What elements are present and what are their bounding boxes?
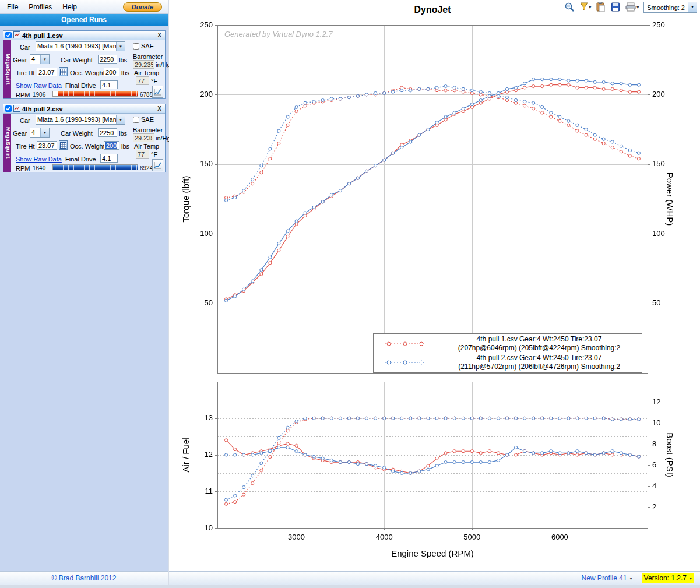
tire-ht-input[interactable] bbox=[37, 141, 57, 150]
menu-item-help[interactable]: Help bbox=[58, 1, 82, 13]
view-graph-button[interactable] bbox=[152, 159, 163, 171]
rpm-start-value: 1640 bbox=[33, 165, 45, 171]
degf-label: °F bbox=[151, 78, 157, 84]
run-title: 4th pull 2.csv bbox=[22, 105, 154, 112]
occ-weight-label: Occ. Weight bbox=[70, 143, 105, 150]
rpm-label: RPM bbox=[16, 165, 30, 172]
view-graph-button[interactable] bbox=[152, 86, 163, 98]
barometer-label: Barometer bbox=[133, 53, 163, 60]
run-title-bar[interactable]: 4th pull 1.csv X bbox=[3, 31, 165, 40]
run-enabled-checkbox[interactable] bbox=[5, 105, 12, 112]
rpm-range-fill bbox=[58, 91, 138, 96]
rpm-end-value: 6924 bbox=[140, 165, 153, 171]
car-select[interactable]: Miata 1.6 (1990-1993) [Manu▾ bbox=[36, 115, 125, 125]
run-body: MegaSquirt Car Miata 1.6 (1990-1993) [Ma… bbox=[3, 114, 165, 172]
legend-sample-icon bbox=[374, 340, 437, 347]
barometer-input bbox=[133, 60, 154, 69]
megasquirt-badge: MegaSquirt bbox=[3, 114, 11, 172]
final-drive-label: Final Drive bbox=[65, 156, 96, 163]
sae-checkbox-group: SAE bbox=[133, 116, 154, 123]
legend-text: 4th pull 2.csv Gear:4 Wt:2450 Tire:23.07… bbox=[437, 354, 642, 371]
menu-item-file[interactable]: File bbox=[2, 1, 23, 13]
legend-entry: 4th pull 2.csv Gear:4 Wt:2450 Tire:23.07… bbox=[374, 353, 642, 372]
tire-ht-input[interactable] bbox=[37, 68, 57, 76]
caret-down-icon: ▾ bbox=[630, 576, 632, 581]
chevron-down-icon: ▾ bbox=[40, 128, 49, 137]
barometer-input bbox=[133, 133, 154, 142]
sae-checkbox[interactable] bbox=[133, 43, 139, 50]
degf-label: °F bbox=[151, 151, 157, 158]
gear-select[interactable]: 4▾ bbox=[30, 54, 50, 64]
barometer-label: Barometer bbox=[133, 126, 163, 133]
rpm-range-slider[interactable] bbox=[52, 91, 138, 97]
car-select[interactable]: Miata 1.6 (1990-1993) [Manu▾ bbox=[36, 41, 125, 51]
legend-sample-icon bbox=[374, 359, 437, 366]
run-panel-2: 4th pull 2.csv X MegaSquirt Car Miata 1.… bbox=[3, 104, 166, 172]
donate-button[interactable]: Donate bbox=[123, 2, 162, 12]
air-temp-input bbox=[136, 150, 149, 159]
caret-down-icon: ▾ bbox=[690, 576, 692, 581]
tire-ht-label: Tire Ht bbox=[16, 143, 35, 150]
run-chart-icon bbox=[13, 31, 20, 40]
sae-checkbox[interactable] bbox=[133, 117, 139, 123]
rpm-end-value: 6785 bbox=[140, 91, 153, 98]
gear-select[interactable]: 4▾ bbox=[30, 128, 50, 138]
lbs-label: lbs bbox=[121, 143, 129, 150]
run-chart-icon bbox=[13, 105, 20, 113]
version-select[interactable]: Version: 1.2.7▾ bbox=[642, 573, 694, 583]
tire-calculator-button[interactable] bbox=[59, 140, 68, 150]
car-weight-input[interactable] bbox=[98, 128, 117, 137]
inhg-label: in/Hg bbox=[156, 61, 171, 68]
air-temp-input bbox=[136, 76, 149, 85]
car-weight-label: Car Weight bbox=[61, 130, 93, 137]
sae-label: SAE bbox=[141, 43, 154, 50]
lbs-label: lbs bbox=[121, 69, 129, 76]
tire-calculator-button[interactable] bbox=[59, 67, 68, 76]
gear-label: Gear bbox=[13, 57, 27, 64]
sae-label: SAE bbox=[141, 116, 154, 123]
sae-checkbox-group: SAE bbox=[133, 43, 154, 50]
run-title: 4th pull 1.csv bbox=[22, 32, 154, 39]
legend-entry: 4th pull 1.csv Gear:4 Wt:2450 Tire:23.07… bbox=[374, 335, 642, 353]
gear-label: Gear bbox=[13, 130, 27, 137]
inhg-label: in/Hg bbox=[156, 135, 171, 142]
lbs-label: lbs bbox=[119, 57, 127, 64]
show-raw-data-link[interactable]: Show Raw Data bbox=[16, 82, 62, 89]
chevron-down-icon: ▾ bbox=[116, 115, 125, 124]
app-window: File Profiles Help Donate Opened Runs 4t… bbox=[0, 0, 700, 588]
chevron-down-icon: ▾ bbox=[116, 42, 125, 51]
opened-runs-header: Opened Runs bbox=[0, 14, 168, 26]
dyno-charts-canvas bbox=[169, 0, 700, 571]
air-temp-label: Air Temp bbox=[134, 143, 159, 150]
profile-select[interactable]: New Profile 41▾ bbox=[582, 574, 632, 582]
occ-weight-input[interactable] bbox=[104, 68, 119, 76]
occ-weight-input[interactable]: 200 bbox=[104, 141, 119, 150]
rpm-label: RPM bbox=[16, 91, 30, 98]
car-label: Car bbox=[20, 44, 30, 51]
megasquirt-badge: MegaSquirt bbox=[3, 40, 11, 98]
tire-ht-label: Tire Ht bbox=[16, 69, 35, 76]
main-area: DynoJet ▾ ▾ Smoothing: 2▾ 4th pull 1.csv… bbox=[169, 0, 700, 585]
sidebar-footer: © Brad Barnhill 2012 bbox=[0, 571, 168, 585]
final-drive-input[interactable] bbox=[100, 80, 118, 89]
car-label: Car bbox=[20, 117, 30, 124]
close-run-button[interactable]: X bbox=[156, 105, 163, 112]
lbs-label: lbs bbox=[119, 130, 127, 137]
final-drive-label: Final Drive bbox=[65, 82, 96, 89]
sidebar: File Profiles Help Donate Opened Runs 4t… bbox=[0, 0, 168, 585]
rpm-range-slider[interactable] bbox=[52, 164, 138, 170]
show-raw-data-link[interactable]: Show Raw Data bbox=[16, 156, 62, 163]
rpm-start-value: 1906 bbox=[33, 91, 45, 98]
car-weight-label: Car Weight bbox=[61, 57, 93, 64]
menu-bar: File Profiles Help Donate bbox=[0, 0, 168, 14]
copyright-text: © Brad Barnhill 2012 bbox=[52, 574, 117, 582]
run-title-bar[interactable]: 4th pull 2.csv X bbox=[3, 104, 165, 114]
run-enabled-checkbox[interactable] bbox=[5, 32, 12, 38]
close-run-button[interactable]: X bbox=[156, 32, 163, 38]
car-weight-input[interactable] bbox=[98, 55, 117, 64]
chevron-down-icon: ▾ bbox=[40, 55, 49, 64]
rpm-range-fill bbox=[53, 165, 138, 170]
status-bar: New Profile 41▾ Version: 1.2.7▾ bbox=[169, 571, 700, 585]
menu-item-profiles[interactable]: Profiles bbox=[24, 1, 57, 13]
final-drive-input[interactable] bbox=[100, 154, 118, 163]
